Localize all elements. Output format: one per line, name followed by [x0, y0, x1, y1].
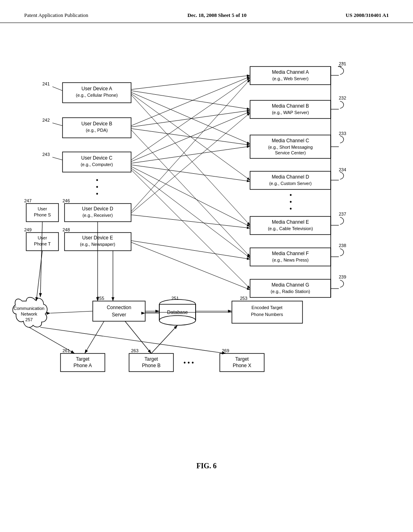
- header-left: Patent Application Publication: [24, 12, 88, 19]
- svg-line-84: [131, 170, 250, 289]
- svg-text:(e.g., WAP Server): (e.g., WAP Server): [272, 110, 309, 115]
- svg-text:Communication: Communication: [14, 306, 44, 311]
- svg-text:233: 233: [339, 131, 346, 136]
- svg-text:(e.g., Cellular Phone): (e.g., Cellular Phone): [76, 93, 118, 98]
- svg-text:Media Channel  D: Media Channel D: [272, 174, 309, 180]
- svg-text:•: •: [290, 191, 292, 198]
- svg-text:•: •: [96, 190, 98, 197]
- svg-text:•: •: [290, 205, 292, 212]
- svg-text:(e.g., Short Messaging: (e.g., Short Messaging: [268, 145, 313, 150]
- svg-text:User: User: [38, 235, 47, 240]
- svg-line-83: [131, 168, 250, 258]
- svg-text:User Device  C: User Device C: [81, 155, 113, 161]
- svg-text:247: 247: [24, 198, 31, 203]
- svg-text:246: 246: [63, 198, 70, 203]
- svg-text:Media Channel  C: Media Channel C: [272, 138, 309, 143]
- svg-text:Media Channel  G: Media Channel G: [271, 282, 309, 288]
- svg-text:263: 263: [131, 348, 138, 353]
- svg-text:Phone S: Phone S: [34, 212, 51, 217]
- svg-text:(e.g., Radio Station): (e.g., Radio Station): [271, 289, 310, 294]
- svg-text:•: •: [290, 198, 292, 205]
- svg-line-87: [131, 215, 250, 228]
- svg-text:Service Center): Service Center): [275, 150, 306, 155]
- svg-text:User Device  A: User Device A: [81, 86, 112, 91]
- svg-text:User Device  B: User Device B: [81, 121, 113, 127]
- svg-text:251: 251: [171, 296, 179, 301]
- svg-line-85: [131, 79, 250, 212]
- svg-text:241: 241: [42, 81, 50, 86]
- svg-line-124: [50, 311, 93, 313]
- svg-line-82: [131, 166, 250, 227]
- svg-text:(e.g., PDA): (e.g., PDA): [86, 128, 108, 133]
- svg-line-86: [131, 113, 250, 213]
- svg-text:User Device  D: User Device D: [82, 206, 113, 212]
- svg-text:Target: Target: [76, 356, 90, 362]
- svg-text:239: 239: [339, 274, 346, 279]
- svg-text:Media Channel  E: Media Channel E: [272, 219, 309, 225]
- header-center: Dec. 18, 2008 Sheet 5 of 10: [188, 12, 247, 19]
- svg-text:Media Channel  B: Media Channel B: [272, 103, 309, 109]
- svg-text:User: User: [38, 206, 47, 211]
- svg-line-78: [131, 78, 250, 160]
- svg-line-132: [151, 325, 177, 353]
- svg-rect-93: [93, 301, 145, 321]
- svg-line-6: [52, 87, 63, 91]
- svg-text:Network: Network: [21, 312, 38, 316]
- svg-text:Target: Target: [144, 356, 158, 362]
- svg-text:Phone X: Phone X: [233, 363, 251, 368]
- svg-line-74: [131, 77, 250, 126]
- svg-line-69: [131, 75, 250, 89]
- svg-line-123: [36, 251, 42, 301]
- fig-label: FIG. 6: [0, 462, 413, 470]
- svg-text:Server: Server: [112, 312, 126, 318]
- svg-text:Phone Numbers: Phone Numbers: [251, 312, 283, 317]
- svg-text:(e.g., Cable Television): (e.g., Cable Television): [268, 226, 313, 231]
- svg-text:•  •  •: • • •: [184, 359, 194, 366]
- svg-text:(e.g., Receiver): (e.g., Receiver): [82, 213, 113, 218]
- svg-text:234: 234: [339, 167, 346, 172]
- svg-text:Media Channel  F: Media Channel F: [272, 251, 309, 256]
- svg-line-89: [131, 242, 250, 290]
- svg-text:232: 232: [339, 96, 346, 100]
- diagram-svg: User Device A (e.g., Cellular Phone) 241…: [0, 23, 413, 486]
- svg-text:261: 261: [63, 348, 70, 353]
- svg-text:Phone T: Phone T: [34, 241, 51, 246]
- svg-text:248: 248: [63, 227, 70, 232]
- svg-text:257: 257: [25, 317, 33, 322]
- svg-text:242: 242: [42, 118, 50, 123]
- svg-text:•: •: [96, 177, 98, 183]
- svg-text:(e.g., Computer): (e.g., Computer): [81, 162, 113, 167]
- svg-line-130: [85, 321, 104, 353]
- header-right: US 2008/310401 A1: [346, 12, 389, 19]
- svg-text:⌒: ⌒: [341, 62, 345, 67]
- svg-text:Connection: Connection: [107, 305, 131, 310]
- svg-text:Encoded Target: Encoded Target: [252, 305, 283, 310]
- svg-text:(e.g., Custom Server): (e.g., Custom Server): [269, 181, 311, 186]
- svg-text:Target: Target: [235, 356, 249, 362]
- svg-line-88: [131, 241, 250, 259]
- svg-text:269: 269: [222, 348, 229, 353]
- svg-text:238: 238: [339, 243, 346, 248]
- svg-text:249: 249: [24, 227, 31, 232]
- svg-text:255: 255: [97, 296, 104, 301]
- svg-text:Phone B: Phone B: [142, 363, 161, 368]
- svg-text:243: 243: [42, 152, 50, 157]
- svg-text:(e.g., News Press): (e.g., News Press): [272, 258, 309, 262]
- page-header: Patent Application Publication Dec. 18, …: [0, 0, 413, 23]
- svg-line-73: [131, 95, 250, 225]
- svg-line-16: [52, 157, 63, 160]
- svg-line-11: [52, 123, 63, 126]
- diagram-area: User Device A (e.g., Cellular Phone) 241…: [0, 23, 413, 486]
- svg-text:253: 253: [240, 296, 247, 301]
- svg-text:237: 237: [339, 212, 346, 216]
- svg-point-101: [159, 316, 196, 325]
- svg-text:•: •: [96, 183, 98, 190]
- svg-text:Phone A: Phone A: [73, 363, 92, 368]
- svg-text:Media Channel  A: Media Channel A: [272, 69, 309, 75]
- svg-text:(e.g., Web Server): (e.g., Web Server): [272, 76, 309, 81]
